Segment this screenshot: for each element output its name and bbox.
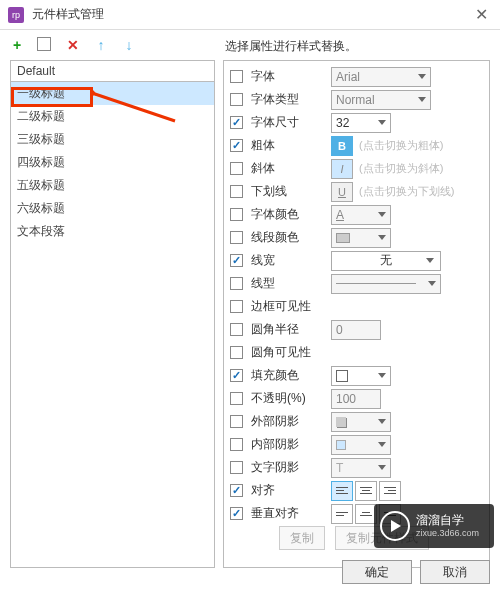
checkbox[interactable] (230, 116, 243, 129)
checkbox[interactable] (230, 346, 243, 359)
font-color-select[interactable]: A (331, 205, 391, 225)
font-size-select[interactable]: 32 (331, 113, 391, 133)
prop-line-style: 线型 (224, 272, 489, 295)
checkbox[interactable] (230, 231, 243, 244)
outer-shadow-select[interactable] (331, 412, 391, 432)
underline-icon[interactable]: U (331, 182, 353, 202)
copy-button[interactable]: 复制 (279, 526, 325, 550)
duplicate-icon[interactable] (38, 38, 52, 52)
checkbox[interactable] (230, 484, 243, 497)
prop-line-width: 线宽无 (224, 249, 489, 272)
align-right-icon[interactable] (379, 481, 401, 501)
delete-icon[interactable]: ✕ (66, 38, 80, 52)
align-center-icon[interactable] (355, 481, 377, 501)
bold-icon[interactable]: B (331, 136, 353, 156)
prop-text-shadow: 文字阴影T (224, 456, 489, 479)
prop-outer-shadow: 外部阴影 (224, 410, 489, 433)
cancel-button[interactable]: 取消 (420, 560, 490, 584)
prop-corner-radius: 圆角半径0 (224, 318, 489, 341)
list-item[interactable]: 五级标题 (11, 174, 214, 197)
instruction-text: 选择属性进行样式替换。 (225, 38, 357, 55)
list-item[interactable]: 二级标题 (11, 105, 214, 128)
app-icon: rp (8, 7, 24, 23)
watermark: 溜溜自学zixue.3d66.com (374, 504, 494, 548)
checkbox[interactable] (230, 415, 243, 428)
segment-color-select[interactable] (331, 228, 391, 248)
text-shadow-select[interactable]: T (331, 458, 391, 478)
checkbox[interactable] (230, 162, 243, 175)
add-icon[interactable]: + (10, 38, 24, 52)
default-style[interactable]: Default (11, 61, 214, 82)
prop-fill-color: 填充颜色 (224, 364, 489, 387)
align-left-icon[interactable] (331, 481, 353, 501)
list-item[interactable]: 四级标题 (11, 151, 214, 174)
prop-corner-vis: 圆角可见性 (224, 341, 489, 364)
prop-font-type: 字体类型Normal (224, 88, 489, 111)
titlebar: rp 元件样式管理 ✕ (0, 0, 500, 30)
checkbox[interactable] (230, 277, 243, 290)
prop-align: 对齐 (224, 479, 489, 502)
checkbox[interactable] (230, 438, 243, 451)
list-item[interactable]: 六级标题 (11, 197, 214, 220)
list-item[interactable]: 一级标题 (11, 82, 214, 105)
style-list: Default 一级标题 二级标题 三级标题 四级标题 五级标题 六级标题 文本… (10, 60, 215, 568)
play-icon (380, 511, 410, 541)
font-type-select[interactable]: Normal (331, 90, 431, 110)
fill-color-select[interactable] (331, 366, 391, 386)
prop-opacity: 不透明(%)100 (224, 387, 489, 410)
checkbox[interactable] (230, 392, 243, 405)
close-icon[interactable]: ✕ (471, 5, 492, 24)
prop-segment-color: 线段颜色 (224, 226, 489, 249)
prop-inner-shadow: 内部阴影 (224, 433, 489, 456)
ok-button[interactable]: 确定 (342, 560, 412, 584)
list-item[interactable]: 三级标题 (11, 128, 214, 151)
checkbox[interactable] (230, 185, 243, 198)
checkbox[interactable] (230, 254, 243, 267)
opacity-input[interactable]: 100 (331, 389, 381, 409)
checkbox[interactable] (230, 93, 243, 106)
move-down-icon[interactable]: ↓ (122, 38, 136, 52)
checkbox[interactable] (230, 300, 243, 313)
checkbox[interactable] (230, 461, 243, 474)
line-style-select[interactable] (331, 274, 441, 294)
prop-font: 字体Arial (224, 65, 489, 88)
window-title: 元件样式管理 (32, 6, 471, 23)
valign-top-icon[interactable] (331, 504, 353, 524)
property-list: 字体Arial 字体类型Normal 字体尺寸32 粗体B(点击切换为粗体) 斜… (223, 60, 490, 568)
checkbox[interactable] (230, 323, 243, 336)
corner-radius-input[interactable]: 0 (331, 320, 381, 340)
prop-underline: 下划线U(点击切换为下划线) (224, 180, 489, 203)
checkbox[interactable] (230, 369, 243, 382)
prop-bold: 粗体B(点击切换为粗体) (224, 134, 489, 157)
prop-border-vis: 边框可见性 (224, 295, 489, 318)
line-width-select[interactable]: 无 (331, 251, 441, 271)
checkbox[interactable] (230, 139, 243, 152)
list-item[interactable]: 文本段落 (11, 220, 214, 243)
italic-icon[interactable]: I (331, 159, 353, 179)
font-select[interactable]: Arial (331, 67, 431, 87)
move-up-icon[interactable]: ↑ (94, 38, 108, 52)
checkbox[interactable] (230, 70, 243, 83)
inner-shadow-select[interactable] (331, 435, 391, 455)
prop-font-color: 字体颜色A (224, 203, 489, 226)
footer: 确定 取消 (342, 560, 490, 584)
checkbox[interactable] (230, 208, 243, 221)
checkbox[interactable] (230, 507, 243, 520)
prop-italic: 斜体I(点击切换为斜体) (224, 157, 489, 180)
prop-font-size: 字体尺寸32 (224, 111, 489, 134)
